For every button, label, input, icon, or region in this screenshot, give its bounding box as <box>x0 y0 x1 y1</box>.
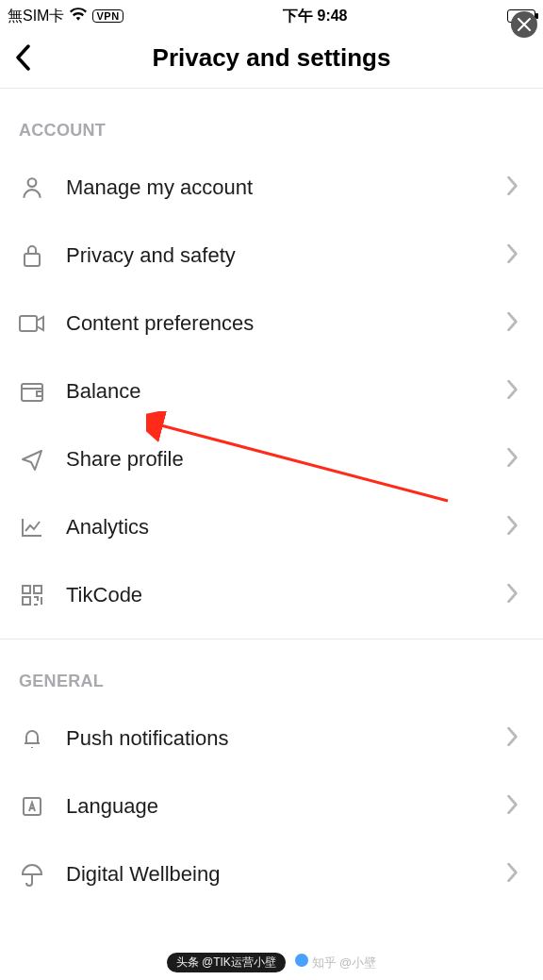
chevron-right-icon <box>507 727 524 750</box>
chevron-right-icon <box>507 863 524 886</box>
row-label: Balance <box>66 379 486 404</box>
status-bar: 無SIM卡 VPN 下午 9:48 <box>0 0 543 28</box>
row-label: Language <box>66 794 486 819</box>
back-button[interactable] <box>13 44 41 73</box>
lock-icon <box>19 242 45 269</box>
video-icon <box>19 310 45 337</box>
chevron-right-icon <box>507 176 524 199</box>
wifi-icon <box>70 8 87 25</box>
row-label: Manage my account <box>66 175 486 200</box>
watermark-right: 知乎 @小壁 <box>295 954 376 972</box>
vpn-badge: VPN <box>92 9 123 23</box>
row-tikcode[interactable]: TikCode <box>0 561 543 629</box>
status-time: 下午 9:48 <box>283 7 347 26</box>
svg-point-0 <box>28 178 37 187</box>
status-left: 無SIM卡 VPN <box>8 7 123 26</box>
qrcode-icon <box>19 582 45 608</box>
row-label: Analytics <box>66 515 486 540</box>
row-privacy-safety[interactable]: Privacy and safety <box>0 222 543 290</box>
row-label: Push notifications <box>66 726 486 751</box>
chevron-right-icon <box>507 584 524 606</box>
row-content-preferences[interactable]: Content preferences <box>0 290 543 357</box>
svg-rect-7 <box>23 597 30 605</box>
svg-rect-5 <box>23 586 30 593</box>
svg-rect-4 <box>37 391 42 396</box>
svg-rect-1 <box>25 254 40 266</box>
row-label: TikCode <box>66 583 486 607</box>
row-label: Digital Wellbeing <box>66 862 486 887</box>
row-label: Share profile <box>66 447 486 472</box>
section-header-account: ACCOUNT <box>0 89 543 154</box>
svg-rect-6 <box>34 586 41 593</box>
row-analytics[interactable]: Analytics <box>0 493 543 561</box>
wallet-icon <box>19 378 45 405</box>
row-language[interactable]: Language <box>0 772 543 840</box>
row-manage-account[interactable]: Manage my account <box>0 154 543 222</box>
bell-icon <box>19 725 45 752</box>
chevron-right-icon <box>507 312 524 335</box>
analytics-icon <box>19 514 45 540</box>
chevron-right-icon <box>507 244 524 267</box>
watermark-left: 头条 @TIK运营小壁 <box>167 953 286 972</box>
section-header-general: GENERAL <box>0 639 543 705</box>
share-icon <box>19 446 45 473</box>
user-icon <box>19 174 45 201</box>
row-share-profile[interactable]: Share profile <box>0 425 543 493</box>
carrier-text: 無SIM卡 <box>8 7 64 26</box>
chevron-right-icon <box>507 448 524 471</box>
row-digital-wellbeing[interactable]: Digital Wellbeing <box>0 840 543 908</box>
row-label: Content preferences <box>66 311 486 336</box>
nav-header: Privacy and settings <box>0 28 543 89</box>
row-push-notifications[interactable]: Push notifications <box>0 705 543 772</box>
row-label: Privacy and safety <box>66 243 486 268</box>
chevron-right-icon <box>507 795 524 818</box>
row-balance[interactable]: Balance <box>0 357 543 425</box>
watermark: 头条 @TIK运营小壁 知乎 @小壁 <box>0 953 543 972</box>
language-icon <box>19 793 45 820</box>
chevron-right-icon <box>507 516 524 539</box>
chevron-right-icon <box>507 380 524 403</box>
svg-rect-2 <box>20 316 37 331</box>
umbrella-icon <box>19 861 45 888</box>
page-title: Privacy and settings <box>153 43 391 73</box>
